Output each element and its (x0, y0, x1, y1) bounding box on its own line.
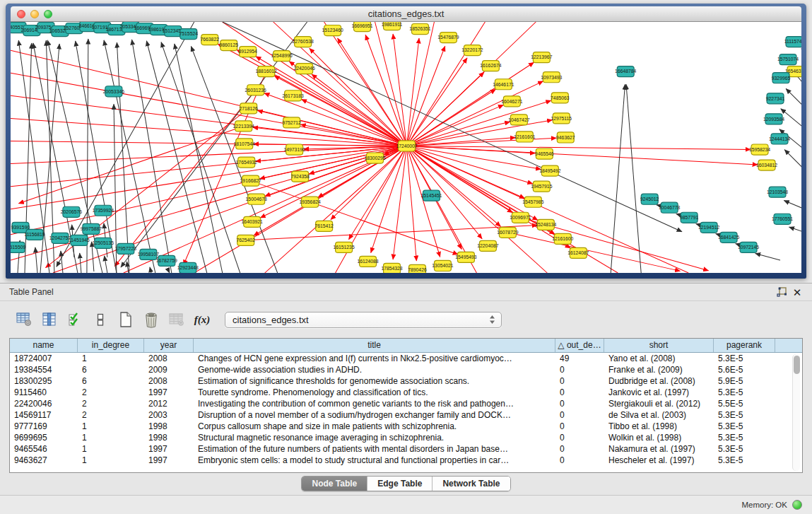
graph-node[interactable]: 9245012 (640, 194, 659, 204)
select-all-button[interactable] (64, 309, 86, 330)
table-row[interactable]: 1830029562008Estimation of significance … (10, 375, 802, 387)
graph-node[interactable]: 13054021 (432, 260, 453, 271)
scrollbar-thumb[interactable] (794, 356, 800, 374)
graph-node[interactable]: 19457915 (531, 181, 552, 192)
graph-node[interactable]: 9752712 (282, 117, 301, 128)
graph-node[interactable]: 16124087 (567, 247, 589, 258)
zoom-window-button[interactable] (44, 10, 52, 18)
graph-node[interactable]: 18495492 (539, 165, 560, 176)
graph-node[interactable]: 10972145 (738, 242, 759, 252)
graph-node[interactable]: 10046778 (659, 202, 680, 213)
graph-node[interactable]: 9857791 (680, 212, 699, 223)
graph-node[interactable]: 11451945 (69, 235, 90, 245)
graph-node[interactable]: 17760551 (772, 214, 793, 224)
delete-table-button[interactable] (165, 309, 188, 330)
graph-node[interactable]: 15004678 (246, 194, 267, 204)
graph-node[interactable]: 12161601 (514, 132, 535, 142)
graph-node[interactable]: 12093584 (763, 114, 784, 124)
graph-node[interactable]: 7663822 (201, 35, 220, 45)
graph-node[interactable]: 18300295 (364, 153, 385, 163)
column-header-out_degree[interactable]: △ out_de… (555, 339, 604, 352)
graph-node[interactable]: 12194512 (698, 222, 719, 233)
graph-node[interactable]: 15751074 (777, 54, 799, 65)
graph-node[interactable]: 12213394 (233, 121, 254, 132)
graph-node[interactable]: 15248134 (535, 219, 556, 230)
graph-node[interactable]: 12505135 (93, 238, 114, 248)
graph-node[interactable]: 7625402 (236, 235, 255, 245)
graph-node[interactable]: 15476879 (437, 33, 459, 43)
close-window-button[interactable] (17, 10, 25, 18)
graph-node[interactable]: 13220172 (461, 45, 483, 56)
graph-node[interactable]: 17654932 (236, 157, 257, 168)
table-mode-button[interactable] (13, 309, 35, 330)
graph-node[interactable]: 12103548 (767, 187, 788, 197)
graph-node[interactable]: 16078729 (497, 227, 518, 238)
function-builder-button[interactable]: f(x) (191, 309, 213, 330)
unselect-all-button[interactable] (89, 309, 112, 330)
graph-node[interactable]: 17957223 (115, 243, 136, 254)
graph-node[interactable]: 16046271 (501, 96, 522, 107)
network-view-canvas[interactable]: 1405571220691406209375411065328715276027… (11, 22, 801, 273)
graph-node[interactable]: 22420046 (294, 64, 315, 74)
graph-node[interactable]: 16648784 (615, 66, 636, 77)
table-row[interactable]: 1456911722003Disruption of a novel membe… (10, 409, 802, 421)
graph-node[interactable]: 12213967 (531, 52, 552, 63)
graph-node[interactable]: 19861911 (382, 22, 403, 30)
graph-node[interactable]: 19356824 (300, 197, 321, 207)
tab-edge-table[interactable]: Edge Table (367, 477, 433, 491)
graph-node[interactable]: 15457985 (522, 197, 543, 207)
float-panel-button[interactable] (774, 286, 789, 298)
graph-node[interactable]: 26173183 (283, 90, 304, 101)
graph-node[interactable]: 14973190 (284, 144, 305, 155)
column-header-pagerank[interactable]: pagerank (714, 339, 775, 352)
table-vertical-scrollbar[interactable] (792, 354, 800, 471)
graph-node[interactable]: 16162674 (480, 61, 501, 71)
table-row[interactable]: 1938455462009Genome-wide association stu… (10, 364, 802, 375)
graph-node[interactable]: 16782759 (156, 255, 177, 266)
column-header-in_degree[interactable]: in_degree (78, 339, 144, 352)
graph-node[interactable]: 15958234 (749, 144, 770, 155)
column-header-title[interactable]: title (194, 339, 555, 352)
show-columns-button[interactable] (38, 309, 61, 330)
graph-hub-node[interactable]: 17240007 (396, 141, 417, 151)
graph-node[interactable]: 14646171 (493, 79, 514, 90)
graph-node[interactable]: 26031236 (245, 85, 266, 95)
close-panel-button[interactable]: ✕ (789, 286, 805, 298)
column-header-short[interactable]: short (604, 339, 714, 352)
graph-node[interactable]: 20053346 (103, 86, 124, 97)
graph-node[interactable]: 9860125 (220, 40, 239, 51)
graph-node[interactable]: 16696951 (351, 22, 372, 32)
graph-node[interactable]: 20206576 (61, 206, 82, 217)
graph-node[interactable]: 7515524 (180, 29, 199, 40)
graph-node[interactable]: 12042757 (49, 233, 71, 243)
graph-node[interactable]: 22760538 (293, 37, 314, 47)
tab-node-table[interactable]: Node Table (302, 477, 367, 491)
graph-node[interactable]: 12975115 (551, 113, 572, 124)
column-header-name[interactable]: name (10, 339, 78, 352)
table-row[interactable]: 969969511998Structural magnetic resonanc… (10, 432, 802, 443)
create-column-button[interactable] (114, 309, 137, 330)
graph-node[interactable]: 7890426 (408, 264, 427, 273)
graph-node[interactable]: 17854328 (381, 263, 402, 273)
graph-node[interactable]: 12923448 (177, 262, 199, 273)
tab-network-table[interactable]: Network Table (433, 477, 510, 491)
table-row[interactable]: 2242004622012Investigating the contribut… (10, 398, 802, 409)
graph-node[interactable]: 18107544 (234, 139, 255, 149)
graph-node[interactable]: 10096971 (510, 212, 531, 223)
graph-node[interactable]: 11115748 (784, 37, 801, 47)
graph-node[interactable]: 16841425 (718, 232, 739, 243)
graph-node[interactable]: 9227341 (766, 93, 785, 104)
graph-node[interactable]: 15145451 (420, 190, 442, 201)
graph-node[interactable]: 10467427 (508, 115, 529, 125)
graph-node[interactable]: 8912954 (238, 47, 257, 57)
table-row[interactable]: 977716911998Corpus callosum shape and si… (10, 421, 802, 432)
delete-column-button[interactable] (140, 309, 163, 330)
network-window-titlebar[interactable]: citations_edges.txt (11, 6, 801, 22)
graph-node[interactable]: 9465546 (535, 148, 554, 159)
table-row[interactable]: 946362711997Embryonic stem cells: a mode… (10, 455, 802, 466)
graph-node[interactable]: 19166827 (240, 175, 261, 186)
table-row[interactable]: 1872400712008Changes of HCN gene express… (10, 353, 802, 364)
graph-node[interactable]: 7924358 (290, 171, 310, 182)
table-row[interactable]: 946554611997Estimation of the future num… (10, 443, 802, 455)
table-selector-dropdown[interactable]: citations_edges.txt (225, 312, 502, 328)
